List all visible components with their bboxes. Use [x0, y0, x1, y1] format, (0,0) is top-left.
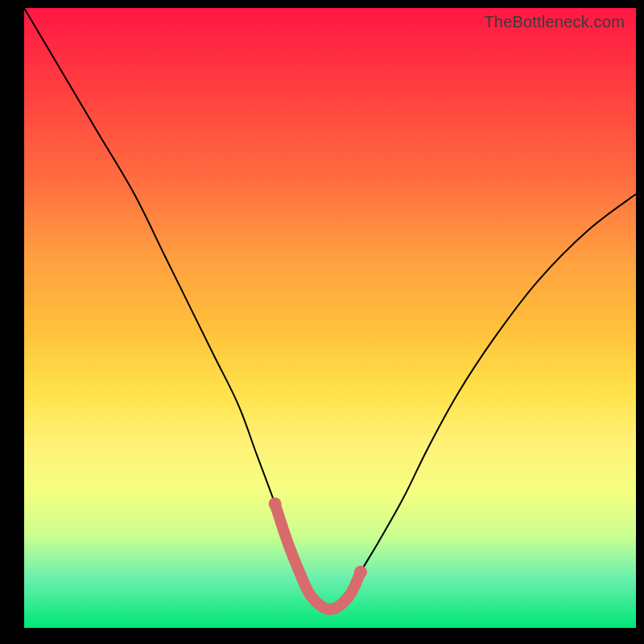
chart-plot-area: TheBottleneck.com: [24, 8, 636, 628]
chart-svg: [24, 8, 636, 628]
valley-highlight: [275, 504, 361, 609]
chart-stage: TheBottleneck.com: [0, 0, 644, 644]
valley-end-dot: [269, 497, 282, 510]
valley-end-dot: [354, 566, 367, 579]
bottleneck-curve: [24, 8, 636, 609]
